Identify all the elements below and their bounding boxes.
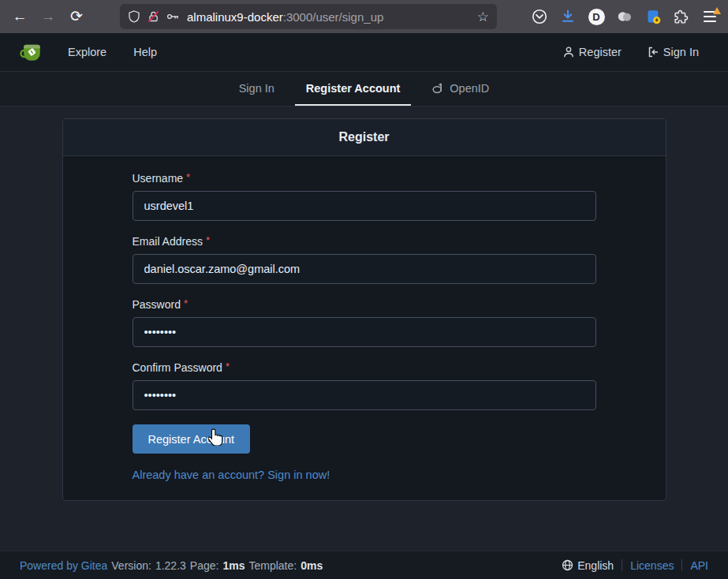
username-field-group: Username*: [133, 172, 596, 221]
register-form: Username* Email Address* Password* Confi…: [63, 156, 666, 500]
email-label: Email Address*: [133, 235, 596, 248]
globe-icon: [562, 559, 573, 571]
required-asterisk: *: [206, 234, 210, 246]
confirm-password-input[interactable]: [133, 380, 596, 410]
back-button[interactable]: ←: [6, 4, 33, 29]
bookmark-star-icon[interactable]: ☆: [477, 9, 489, 25]
language-selector[interactable]: English: [562, 559, 614, 572]
required-asterisk: *: [184, 297, 188, 309]
licenses-link[interactable]: Licenses: [630, 559, 674, 572]
username-label: Username*: [133, 172, 596, 185]
already-have-account-link[interactable]: Already have an account? Sign in now!: [133, 469, 596, 481]
gitea-logo-icon[interactable]: [20, 40, 43, 64]
sign-in-icon: [647, 46, 659, 58]
extensions-puzzle-icon[interactable]: [670, 5, 693, 28]
nav-register[interactable]: Register: [553, 46, 631, 58]
url-bar[interactable]: almalinux9-docker:3000/user/sign_up ☆: [120, 4, 497, 29]
page-content: Register Username* Email Address* Passwo…: [0, 106, 728, 551]
shield-icon[interactable]: [128, 10, 140, 23]
password-field-group: Password*: [133, 298, 596, 347]
card-title: Register: [63, 119, 666, 156]
url-text[interactable]: almalinux9-docker:3000/user/sign_up: [187, 10, 471, 24]
register-account-button[interactable]: Register Account: [133, 424, 251, 454]
forward-button[interactable]: →: [35, 4, 62, 29]
translate-extension-icon[interactable]: [641, 5, 665, 28]
template-time-label: Template:: [248, 559, 297, 572]
version-label: Version:: [111, 559, 151, 572]
footer-right: English Licenses API: [562, 559, 708, 572]
browser-toolbar: ← → ⟳ almalinux9-d: [0, 0, 728, 33]
powered-by-gitea-link[interactable]: Powered by Gitea: [20, 559, 107, 572]
nav-signin[interactable]: Sign In: [637, 46, 708, 58]
footer-divider: [622, 559, 622, 571]
required-asterisk: *: [226, 360, 230, 372]
page-time-value: 1ms: [222, 559, 245, 572]
language-label: English: [577, 559, 614, 572]
auth-tabbar: Sign In Register Account OpenID: [0, 71, 728, 106]
url-host: almalinux9-docker: [187, 10, 283, 24]
page-time-label: Page:: [190, 559, 219, 572]
reload-button[interactable]: ⟳: [63, 4, 90, 29]
tab-openid-label: OpenID: [450, 82, 489, 95]
shapes-extension-icon[interactable]: [613, 5, 637, 28]
tab-openid[interactable]: OpenID: [420, 72, 500, 106]
url-path: :3000/user/sign_up: [283, 10, 384, 24]
confirm-password-label: Confirm Password*: [133, 361, 596, 374]
openid-icon: [431, 81, 445, 95]
browser-window: ← → ⟳ almalinux9-d: [0, 0, 728, 579]
navbar-right: Register Sign In: [553, 46, 708, 58]
letter-d-badge: D: [588, 9, 605, 25]
version-value: 1.22.3: [155, 559, 186, 572]
tab-sign-in[interactable]: Sign In: [228, 72, 286, 106]
tab-register-account-label: Register Account: [306, 82, 401, 95]
template-time-value: 0ms: [301, 559, 323, 572]
footer-divider: [681, 559, 682, 571]
nav-signin-label: Sign In: [663, 46, 699, 58]
tab-sign-in-label: Sign In: [239, 82, 274, 95]
downloads-icon[interactable]: [556, 5, 580, 28]
nav-explore[interactable]: Explore: [54, 46, 120, 58]
username-input[interactable]: [133, 191, 596, 221]
key-icon[interactable]: [166, 10, 180, 23]
pocket-icon[interactable]: [528, 5, 551, 28]
email-input[interactable]: [133, 254, 596, 284]
duckduckgo-extension-icon[interactable]: D: [584, 5, 608, 28]
required-asterisk: *: [186, 171, 190, 183]
menu-icon[interactable]: [698, 5, 722, 28]
update-badge: [713, 7, 721, 14]
gitea-navbar: Explore Help Register Sign In: [0, 33, 728, 71]
footer-left: Powered by Gitea Version: 1.22.3 Page: 1…: [20, 559, 323, 572]
insecure-lock-icon[interactable]: [147, 10, 159, 23]
email-field-group: Email Address*: [133, 235, 596, 284]
tab-register-account[interactable]: Register Account: [295, 72, 412, 106]
nav-help[interactable]: Help: [120, 46, 170, 58]
password-input[interactable]: [133, 317, 596, 347]
nav-register-label: Register: [579, 46, 622, 58]
register-card: Register Username* Email Address* Passwo…: [62, 118, 666, 501]
gitea-footer: Powered by Gitea Version: 1.22.3 Page: 1…: [0, 551, 728, 579]
toolbar-extensions: D: [523, 5, 722, 28]
password-label: Password*: [133, 298, 596, 311]
confirm-password-field-group: Confirm Password*: [133, 361, 596, 410]
person-icon: [562, 46, 575, 58]
api-link[interactable]: API: [690, 559, 708, 572]
